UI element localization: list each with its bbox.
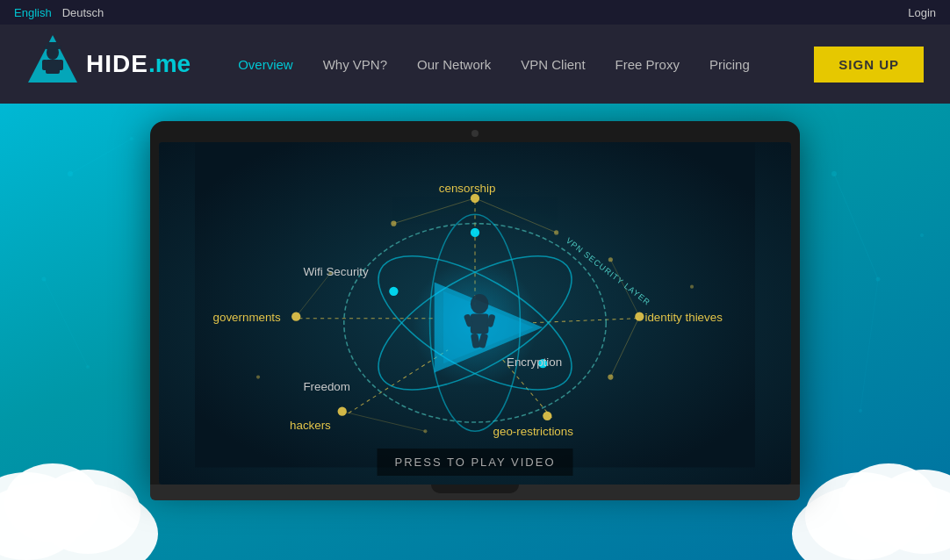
- hero-section: censorship governments hackers geo-restr…: [0, 104, 950, 560]
- nav-vpn-client[interactable]: VPN Client: [508, 50, 597, 79]
- svg-text:hackers: hackers: [290, 419, 331, 432]
- svg-point-70: [471, 228, 479, 237]
- svg-point-40: [635, 312, 644, 320]
- laptop-frame: censorship governments hackers geo-restr…: [150, 121, 800, 485]
- svg-line-21: [860, 279, 878, 411]
- svg-point-38: [338, 407, 347, 416]
- nav-free-proxy[interactable]: Free Proxy: [603, 50, 692, 79]
- svg-text:Wifi Security: Wifi Security: [303, 265, 369, 278]
- svg-text:censorship: censorship: [439, 182, 496, 195]
- laptop-screen: censorship governments hackers geo-restr…: [159, 142, 791, 485]
- logo-me-text: me: [155, 50, 191, 78]
- svg-point-62: [471, 294, 489, 314]
- cloud-left: [0, 428, 158, 560]
- press-play-label[interactable]: PRESS TO PLAY VIDEO: [378, 449, 573, 476]
- nav-why-vpn[interactable]: Why VPN?: [311, 50, 399, 79]
- lang-deutsch[interactable]: Deutsch: [62, 6, 104, 19]
- nav-overview[interactable]: Overview: [226, 50, 306, 79]
- svg-text:identity thieves: identity thieves: [644, 311, 723, 324]
- video-content[interactable]: censorship governments hackers geo-restr…: [159, 142, 791, 485]
- laptop-camera: [159, 130, 791, 142]
- logo-me: .: [148, 50, 155, 78]
- svg-point-68: [389, 287, 398, 296]
- svg-point-25: [4, 463, 101, 542]
- svg-rect-63: [471, 314, 489, 334]
- signup-button[interactable]: SIGN UP: [814, 47, 924, 83]
- svg-text:governments: governments: [213, 311, 282, 324]
- svg-point-39: [543, 412, 551, 420]
- laptop-device: censorship governments hackers geo-restr…: [150, 121, 800, 500]
- svg-text:Freedom: Freedom: [303, 380, 349, 393]
- camera-dot: [471, 130, 479, 137]
- main-navbar: HIDE . me Overview Why VPN? Our Network …: [0, 25, 950, 104]
- svg-rect-6: [47, 42, 58, 49]
- svg-point-42: [554, 230, 558, 234]
- svg-point-47: [690, 285, 694, 289]
- svg-rect-2: [46, 60, 60, 74]
- login-link[interactable]: Login: [908, 6, 936, 19]
- laptop-base: [150, 485, 800, 500]
- nav-pricing[interactable]: Pricing: [697, 50, 762, 79]
- svg-point-45: [608, 257, 613, 262]
- language-options: English Deutsch: [14, 6, 104, 19]
- svg-rect-4: [58, 60, 63, 70]
- auth-area: Login: [908, 4, 936, 20]
- logo-icon: [26, 33, 79, 95]
- svg-point-29: [840, 463, 937, 542]
- svg-rect-3: [42, 60, 47, 70]
- svg-line-17: [70, 139, 132, 174]
- logo-text: HIDE . me: [86, 50, 191, 78]
- nav-our-network[interactable]: Our Network: [405, 50, 503, 79]
- svg-line-19: [44, 279, 88, 367]
- logo-hide: HIDE: [86, 50, 148, 78]
- svg-line-20: [834, 174, 878, 279]
- language-bar: English Deutsch Login: [0, 0, 950, 25]
- cloud-right: [792, 428, 950, 560]
- lang-english[interactable]: English: [14, 6, 52, 19]
- vpn-visualization: censorship governments hackers geo-restr…: [159, 142, 791, 468]
- svg-point-48: [256, 376, 260, 379]
- svg-text:geo-restrictions: geo-restrictions: [493, 425, 574, 438]
- nav-links: Overview Why VPN? Our Network VPN Client…: [226, 50, 814, 79]
- logo[interactable]: HIDE . me: [26, 33, 191, 95]
- svg-text:Encryption: Encryption: [507, 355, 562, 369]
- svg-point-16: [920, 233, 924, 237]
